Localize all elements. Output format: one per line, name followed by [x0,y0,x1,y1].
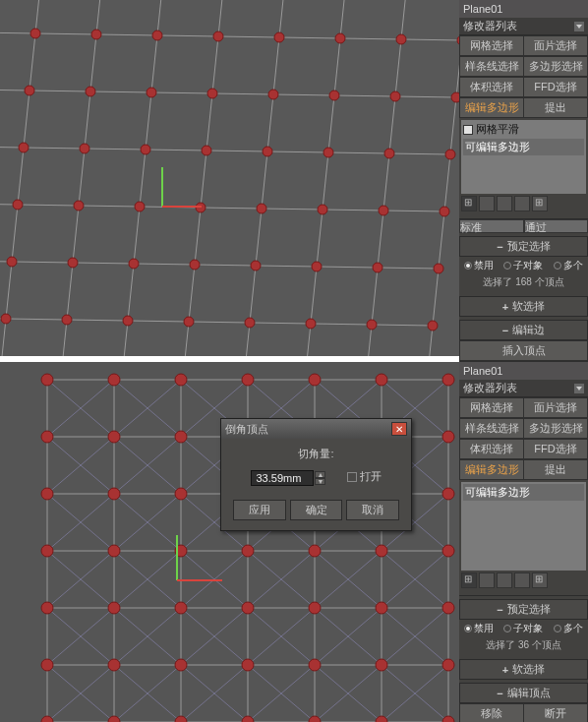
btn-face-select[interactable]: 面片选择 [523,397,588,418]
svg-point-196 [442,374,454,386]
svg-point-203 [442,431,454,443]
svg-line-12 [183,0,224,356]
viewport-bottom[interactable]: 倒角顶点 ✕ 切角量: 33.59mm ▲▼ 打开 应用 确定 取消 [0,362,459,722]
apply-button[interactable]: 应用 [233,500,286,520]
svg-point-231 [442,659,454,671]
radio-disable[interactable]: 禁用 [464,622,494,635]
svg-point-66 [190,260,200,270]
svg-point-206 [175,488,187,500]
svg-point-56 [135,202,145,211]
modifier-stack[interactable]: 网格平滑 可编辑多边形 [461,120,586,194]
svg-point-39 [207,89,217,98]
btn-collapse[interactable]: 提出 [523,97,588,118]
btn-face-select[interactable]: 面片选择 [523,35,588,56]
svg-line-9 [0,0,41,356]
stack-tools [459,571,588,590]
ok-button[interactable]: 确定 [290,500,343,520]
btn-remove[interactable]: 移除 [459,703,523,722]
svg-point-45 [19,143,29,152]
btn-insert-vertex[interactable]: 插入顶点 [459,340,588,361]
svg-point-73 [62,315,72,325]
spinner-down-icon[interactable]: ▼ [315,478,325,485]
rollout-selection[interactable]: −预定选择 [459,599,588,620]
btn-mesh-select[interactable]: 网格选择 [459,397,523,418]
svg-line-16 [427,0,459,356]
remove-modifier-icon[interactable] [514,572,530,588]
btn-poly-select[interactable]: 多边形选择 [523,418,588,439]
svg-point-214 [242,545,254,557]
radio-subobj[interactable]: 子对象 [503,259,543,272]
btn-spline-select[interactable]: 样条线选择 [459,56,523,77]
svg-line-15 [366,0,407,356]
svg-point-192 [175,374,187,386]
configure-sets-icon[interactable] [532,572,548,588]
close-icon[interactable]: ✕ [391,422,407,436]
btn-mesh-select[interactable]: 网格选择 [459,35,523,56]
radio-subobj[interactable]: 子对象 [503,622,543,635]
rollout-soft-select[interactable]: +软选择 [459,296,588,317]
remove-modifier-icon[interactable] [514,196,530,211]
checkbox-icon[interactable] [463,125,473,135]
rollout-selection[interactable]: −预定选择 [459,236,588,257]
sidebar-bottom: Plane01 修改器列表 网格选择面片选择 样条线选择多边形选择 体积选择FF… [459,362,588,722]
stack-item-editable-poly[interactable]: 可编辑多边形 [463,139,584,155]
svg-point-48 [202,146,211,155]
svg-point-51 [384,149,394,158]
combo-pass[interactable]: 通过 [524,219,589,233]
svg-point-234 [175,716,187,722]
svg-point-37 [86,87,95,96]
combo-std[interactable]: 标准 [459,219,524,233]
make-unique-icon[interactable] [497,196,512,211]
svg-point-230 [376,659,387,671]
svg-point-232 [41,716,53,722]
btn-poly-select[interactable]: 多边形选择 [523,56,588,77]
btn-vol-select[interactable]: 体积选择 [459,77,523,97]
make-unique-icon[interactable] [497,572,512,588]
cancel-button[interactable]: 取消 [346,500,399,520]
modifier-list-dropdown[interactable]: 修改器列表 [459,18,588,35]
object-name-field[interactable]: Plane01 [459,0,588,18]
svg-point-191 [108,374,120,386]
object-name-field[interactable]: Plane01 [459,362,588,380]
dialog-title-bar[interactable]: 倒角顶点 ✕ [221,419,411,439]
btn-edit-poly[interactable]: 编辑多边形 [459,97,523,118]
svg-point-235 [242,716,254,722]
btn-edit-poly[interactable]: 编辑多边形 [459,459,523,480]
radio-multi[interactable]: 多个 [554,622,583,635]
svg-point-43 [451,92,459,102]
radio-multi[interactable]: 多个 [554,259,583,272]
btn-ffd-select[interactable]: FFD选择 [523,439,588,459]
btn-vol-select[interactable]: 体积选择 [459,439,523,459]
rollout-edit-edge[interactable]: −编辑边 [459,320,588,340]
viewport-top[interactable] [0,0,459,356]
btn-spline-select[interactable]: 样条线选择 [459,418,523,439]
chamfer-amount-spinner[interactable]: 33.59mm ▲▼ [251,470,325,486]
stack-item-editable-poly[interactable]: 可编辑多边形 [463,484,584,501]
pin-stack-icon[interactable] [461,572,477,588]
open-checkbox[interactable]: 打开 [347,469,382,484]
rollout-soft-select[interactable]: +软选择 [459,659,588,680]
rollout-edit-vertex[interactable]: −编辑顶点 [459,683,588,703]
show-end-result-icon[interactable] [479,196,495,211]
pin-stack-icon[interactable] [461,196,477,211]
radio-disable[interactable]: 禁用 [464,259,494,272]
svg-point-236 [309,716,321,722]
modifier-stack[interactable]: 可编辑多边形 [461,482,586,571]
btn-ffd-select[interactable]: FFD选择 [523,77,588,97]
screenshot-top: Plane01 修改器列表 网格选择面片选择 样条线选择多边形选择 体积选择FF… [0,0,588,356]
checkbox-icon [347,472,357,482]
chamfer-dialog: 倒角顶点 ✕ 切角量: 33.59mm ▲▼ 打开 应用 确定 取消 [220,418,412,531]
show-end-result-icon[interactable] [479,572,495,588]
btn-break[interactable]: 断开 [523,703,588,722]
svg-line-11 [122,0,163,356]
svg-point-199 [175,431,187,443]
svg-point-38 [147,88,156,97]
configure-sets-icon[interactable] [532,196,548,211]
btn-collapse[interactable]: 提出 [523,459,588,480]
modifier-list-dropdown[interactable]: 修改器列表 [459,380,588,397]
svg-point-36 [25,86,34,95]
spinner-up-icon[interactable]: ▲ [315,471,325,478]
svg-point-227 [175,659,187,671]
screenshot-bottom: 倒角顶点 ✕ 切角量: 33.59mm ▲▼ 打开 应用 确定 取消 [0,362,588,722]
svg-line-4 [0,204,444,211]
